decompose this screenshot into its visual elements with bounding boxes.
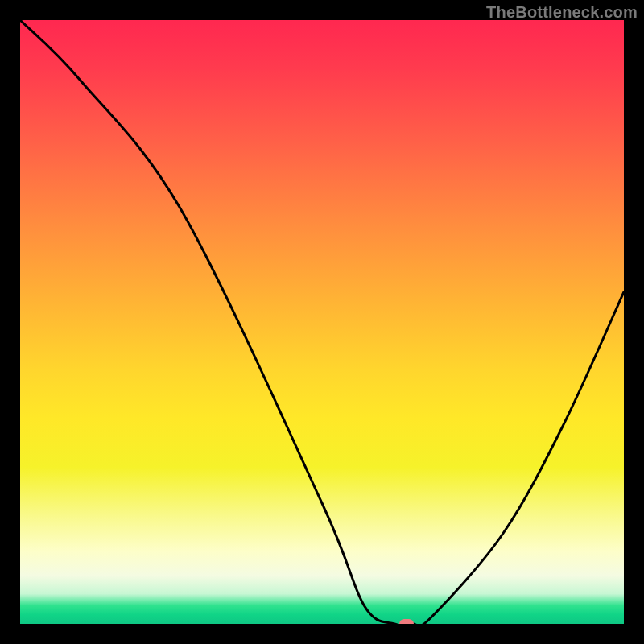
chart-frame: TheBottleneck.com <box>0 0 644 644</box>
selected-point-marker <box>399 619 414 624</box>
curve-path <box>20 20 624 624</box>
plot-area <box>20 20 624 624</box>
watermark-text: TheBottleneck.com <box>486 3 638 22</box>
bottleneck-curve <box>20 20 624 624</box>
